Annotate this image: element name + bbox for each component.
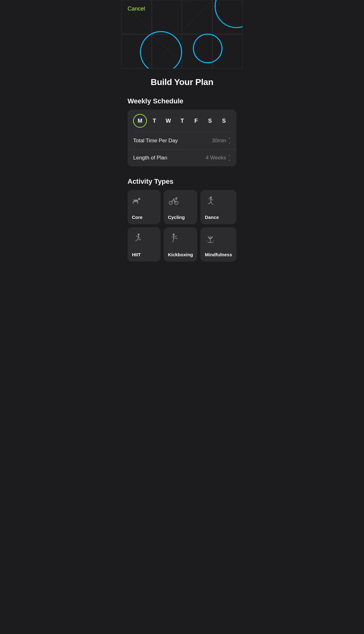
total-time-stepper-icon: ⌃⌄: [228, 137, 231, 144]
svg-line-26: [209, 201, 211, 204]
svg-line-29: [212, 204, 213, 204]
total-time-row[interactable]: Total Time Per Day 30min ⌃⌄: [128, 132, 236, 149]
svg-line-33: [136, 236, 138, 236]
weekly-schedule-section-title: Weekly Schedule: [128, 97, 236, 105]
day-tuesday[interactable]: T: [147, 114, 161, 128]
svg-point-38: [172, 234, 174, 235]
svg-point-48: [207, 240, 208, 241]
activity-types-section-title: Activity Types: [128, 177, 236, 186]
length-of-plan-row[interactable]: Length of Plan 4 Weeks ⌃⌄: [128, 149, 236, 166]
svg-rect-7: [134, 200, 138, 201]
activity-label-mindfulness: Mindfulness: [205, 252, 232, 257]
main-content: Build Your Plan Weekly Schedule M T W T …: [121, 77, 243, 262]
svg-line-0: [122, 0, 152, 30]
hero-section: Cancel: [121, 0, 243, 69]
svg-line-1: [182, 0, 212, 30]
activity-card-dance[interactable]: Dance: [200, 190, 236, 224]
mindfulness-icon: [205, 232, 216, 244]
length-value-container: 4 Weeks ⌃⌄: [206, 154, 231, 161]
svg-point-22: [210, 196, 212, 198]
activity-label-core: Core: [132, 215, 142, 220]
schedule-card: M T W T F S S Total Time Per Day: [128, 110, 236, 166]
activity-card-core[interactable]: Core: [128, 190, 161, 224]
svg-line-27: [208, 203, 209, 204]
activity-label-dance: Dance: [205, 215, 219, 220]
total-time-value: 30min: [212, 138, 226, 144]
svg-line-35: [135, 241, 137, 241]
length-label: Length of Plan: [133, 155, 167, 161]
length-stepper-icon: ⌃⌄: [228, 154, 231, 161]
svg-line-42: [173, 238, 174, 241]
days-row: M T W T F S S: [128, 110, 236, 132]
activity-grid: Core: [128, 190, 236, 262]
kickboxing-icon: [168, 232, 179, 244]
hero-circle-mid-center: [193, 34, 222, 63]
svg-rect-4: [133, 201, 138, 202]
svg-rect-9: [138, 199, 140, 200]
svg-line-43: [172, 241, 173, 242]
total-time-label: Total Time Per Day: [133, 138, 178, 144]
svg-line-36: [138, 238, 140, 240]
svg-point-51: [213, 242, 214, 243]
activity-label-cycling: Cycling: [168, 215, 185, 220]
core-icon: [132, 195, 143, 206]
length-value: 4 Weeks: [206, 155, 226, 161]
cancel-button[interactable]: Cancel: [128, 6, 145, 12]
day-sunday[interactable]: S: [217, 114, 231, 128]
activity-card-mindfulness[interactable]: Mindfulness: [200, 227, 236, 262]
svg-point-49: [213, 240, 214, 241]
svg-rect-5: [133, 202, 134, 203]
activity-label-hiit: HIIT: [132, 252, 141, 257]
activity-card-cycling[interactable]: Cycling: [164, 190, 198, 224]
svg-line-28: [211, 201, 212, 204]
svg-point-30: [138, 234, 139, 235]
svg-point-50: [208, 242, 208, 243]
svg-line-34: [136, 238, 138, 240]
svg-line-37: [140, 239, 141, 240]
svg-point-20: [175, 197, 177, 199]
day-thursday[interactable]: T: [175, 114, 189, 128]
activity-label-kickboxing: Kickboxing: [168, 252, 193, 257]
day-wednesday[interactable]: W: [161, 114, 175, 128]
activity-card-hiit[interactable]: HIIT: [128, 227, 161, 262]
svg-rect-10: [133, 200, 135, 200]
day-monday[interactable]: M: [133, 114, 147, 128]
activity-card-kickboxing[interactable]: Kickboxing: [164, 227, 198, 262]
total-time-value-container: 30min ⌃⌄: [212, 137, 231, 144]
svg-line-45: [176, 238, 177, 239]
svg-line-40: [174, 236, 177, 236]
page-title: Build Your Plan: [128, 77, 236, 87]
day-friday[interactable]: F: [189, 114, 203, 128]
svg-rect-6: [137, 202, 138, 203]
cycling-icon: [168, 195, 179, 206]
day-saturday[interactable]: S: [203, 114, 217, 128]
hiit-icon: [132, 232, 143, 244]
dance-icon: [205, 195, 216, 206]
